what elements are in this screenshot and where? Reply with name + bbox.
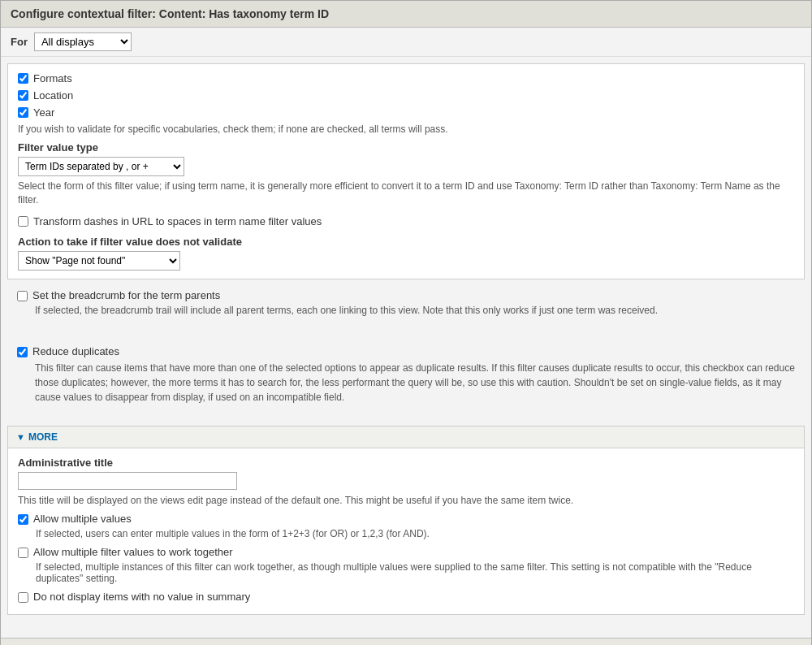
allow-multiple-together-checkbox[interactable] bbox=[18, 548, 28, 558]
year-checkbox[interactable] bbox=[18, 107, 28, 118]
reduce-duplicates-label: Reduce duplicates bbox=[32, 345, 119, 357]
for-select[interactable]: All displays Page Block bbox=[34, 32, 132, 51]
main-content: Formats Location Year If you wish to val… bbox=[1, 57, 811, 638]
breadcrumb-label: Set the breadcrumb for the term parents bbox=[32, 289, 220, 301]
location-label: Location bbox=[33, 89, 73, 102]
dialog: Configure contextual filter: Content: Ha… bbox=[0, 0, 812, 645]
breadcrumb-row: Set the breadcrumb for the term parents bbox=[17, 289, 795, 301]
no-value-summary-row: Do not display items with no value in su… bbox=[18, 591, 794, 603]
transform-checkbox[interactable] bbox=[18, 216, 28, 227]
location-checkbox[interactable] bbox=[18, 90, 28, 101]
more-header[interactable]: ▼ MORE bbox=[8, 426, 804, 448]
reduce-duplicates-section: Reduce duplicates This filter can cause … bbox=[7, 337, 805, 419]
action-label: Action to take if filter value does not … bbox=[18, 236, 794, 248]
location-row: Location bbox=[18, 89, 794, 102]
allow-multiple-hint: If selected, users can enter multiple va… bbox=[36, 528, 794, 539]
allow-multiple-label: Allow multiple values bbox=[33, 513, 132, 525]
more-header-label: MORE bbox=[28, 431, 58, 443]
breadcrumb-section: Set the breadcrumb for the term parents … bbox=[7, 286, 805, 331]
formats-row: Formats bbox=[18, 72, 794, 84]
reduce-duplicates-info: This filter can cause items that have mo… bbox=[35, 361, 795, 405]
vocabularies-section: Formats Location Year If you wish to val… bbox=[7, 63, 805, 279]
for-label: For bbox=[11, 36, 28, 48]
filter-value-type-label: Filter value type bbox=[18, 141, 794, 154]
dialog-title: Configure contextual filter: Content: Ha… bbox=[11, 7, 801, 20]
reduce-duplicates-row: Reduce duplicates bbox=[17, 345, 795, 357]
allow-multiple-together-hint: If selected, multiple instances of this … bbox=[36, 561, 794, 584]
formats-checkbox[interactable] bbox=[18, 73, 28, 84]
more-section: ▼ MORE Administrative title This title w… bbox=[7, 426, 805, 615]
dialog-header: Configure contextual filter: Content: Ha… bbox=[1, 1, 811, 28]
no-value-summary-checkbox[interactable] bbox=[18, 592, 28, 603]
formats-label: Formats bbox=[33, 72, 72, 84]
transform-label: Transform dashes in URL to spaces in ter… bbox=[33, 215, 322, 227]
allow-multiple-together-row: Allow multiple filter values to work tog… bbox=[18, 546, 794, 558]
year-label: Year bbox=[33, 106, 54, 119]
allow-multiple-checkbox[interactable] bbox=[18, 514, 28, 525]
more-body: Administrative title This title will be … bbox=[8, 448, 804, 614]
admin-title-label: Administrative title bbox=[18, 457, 794, 469]
allow-multiple-row: Allow multiple values bbox=[18, 513, 794, 525]
more-arrow-icon: ▼ bbox=[16, 432, 25, 442]
admin-title-input[interactable] bbox=[18, 472, 237, 490]
action-select[interactable]: Show "Page not found" Hide view Display … bbox=[18, 251, 180, 271]
for-row: For All displays Page Block bbox=[1, 28, 811, 57]
allow-multiple-together-label: Allow multiple filter values to work tog… bbox=[33, 546, 233, 558]
footer: Apply (all displays) Cancel Remove bbox=[1, 638, 811, 645]
breadcrumb-info: If selected, the breadcrumb trail will i… bbox=[35, 305, 795, 316]
transform-row: Transform dashes in URL to spaces in ter… bbox=[18, 215, 794, 227]
breadcrumb-checkbox[interactable] bbox=[17, 291, 28, 301]
vocabulary-hint: If you wish to validate for specific voc… bbox=[18, 123, 794, 135]
filter-value-type-select[interactable]: Term IDs separated by , or + Term name c… bbox=[18, 157, 184, 176]
no-value-summary-label: Do not display items with no value in su… bbox=[33, 591, 250, 603]
reduce-duplicates-checkbox[interactable] bbox=[17, 347, 28, 357]
admin-title-hint: This title will be displayed on the view… bbox=[18, 495, 794, 506]
year-row: Year bbox=[18, 106, 794, 119]
filter-value-info: Select the form of this filter value; if… bbox=[18, 180, 794, 207]
